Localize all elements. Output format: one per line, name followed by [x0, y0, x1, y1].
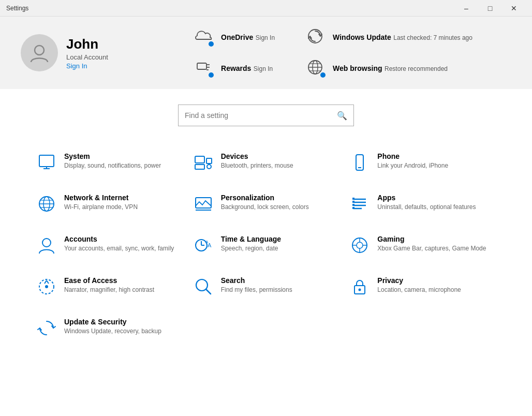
setting-text-personalization: Personalization Background, lock screen,…	[221, 194, 309, 212]
svg-point-35	[42, 239, 51, 247]
devices-icon	[193, 152, 214, 173]
minimize-button[interactable]: –	[454, 0, 478, 17]
setting-text-network: Network & Internet Wi-Fi, airplane mode,…	[64, 194, 138, 212]
setting-item-timelanguage[interactable]: AA Time & Language Speech, region, date	[188, 225, 345, 266]
setting-item-updatesecurity[interactable]: Update & Security Windows Update, recove…	[31, 307, 188, 349]
setting-item-devices[interactable]: Devices Bluetooth, printers, mouse	[188, 142, 345, 183]
setting-desc-personalization: Background, lock screen, colors	[221, 203, 309, 212]
svg-point-48	[45, 285, 48, 288]
search-icon[interactable]: 🔍	[337, 111, 347, 121]
setting-title-devices: Devices	[221, 152, 293, 160]
header-services: OneDrive Sign In Rewards	[155, 27, 511, 79]
web-browsing-service[interactable]: Web browsing Restore recommended	[306, 58, 472, 79]
svg-rect-1	[197, 63, 206, 69]
setting-desc-easeofaccess: Narrator, magnifier, high contrast	[64, 286, 154, 294]
updatesecurity-icon	[36, 318, 57, 338]
web-browsing-icon-wrap	[306, 58, 327, 79]
setting-text-phone: Phone Link your Android, iPhone	[377, 152, 448, 170]
svg-point-54	[359, 289, 361, 291]
maximize-button[interactable]: □	[478, 0, 502, 17]
setting-item-privacy[interactable]: Privacy Location, camera, microphone	[344, 266, 501, 307]
search-input[interactable]	[185, 111, 337, 120]
header-panel: John Local Account Sign In OneDrive Sign…	[0, 17, 532, 89]
easeofaccess-icon	[36, 276, 57, 297]
svg-line-52	[206, 289, 211, 294]
setting-text-privacy: Privacy Location, camera, microphone	[377, 276, 461, 294]
close-button[interactable]: ✕	[502, 0, 526, 17]
windows-update-subtitle: Last checked: 7 minutes ago	[393, 34, 472, 41]
setting-desc-search: Find my files, permissions	[221, 286, 292, 294]
svg-text:A: A	[208, 242, 212, 248]
web-browsing-text: Web browsing Restore recommended	[333, 64, 448, 73]
service-col-right: Windows Update Last checked: 7 minutes a…	[306, 27, 472, 79]
apps-icon	[349, 194, 370, 214]
window-controls: – □ ✕	[454, 0, 526, 17]
svg-point-17	[207, 165, 211, 169]
setting-title-privacy: Privacy	[377, 276, 461, 285]
setting-text-system: System Display, sound, notifications, po…	[64, 152, 161, 170]
setting-desc-system: Display, sound, notifications, power	[64, 161, 161, 170]
setting-desc-accounts: Your accounts, email, sync, work, family	[64, 244, 174, 253]
rewards-service[interactable]: Rewards Sign In	[194, 58, 275, 79]
setting-item-phone[interactable]: Phone Link your Android, iPhone	[344, 142, 501, 183]
accounts-icon	[36, 235, 57, 256]
setting-item-gaming[interactable]: Gaming Xbox Game Bar, captures, Game Mod…	[344, 225, 501, 266]
setting-text-timelanguage: Time & Language Speech, region, date	[221, 235, 281, 253]
setting-title-search: Search	[221, 276, 292, 285]
setting-title-accounts: Accounts	[64, 235, 174, 243]
svg-rect-33	[352, 204, 354, 206]
setting-title-apps: Apps	[377, 194, 476, 202]
user-section: John Local Account Sign In	[21, 34, 135, 71]
phone-icon	[349, 152, 370, 173]
setting-text-apps: Apps Uninstall, defaults, optional featu…	[377, 194, 476, 212]
network-icon	[36, 194, 57, 214]
personalization-icon	[193, 194, 214, 214]
svg-point-42	[357, 242, 363, 248]
privacy-icon	[349, 276, 370, 297]
setting-item-accounts[interactable]: Accounts Your accounts, email, sync, wor…	[31, 225, 188, 266]
rewards-subtitle: Sign In	[254, 65, 273, 72]
setting-title-phone: Phone	[377, 152, 448, 160]
user-signin-link[interactable]: Sign In	[66, 62, 108, 70]
setting-desc-updatesecurity: Windows Update, recovery, backup	[64, 327, 161, 336]
web-browsing-title: Web browsing	[333, 64, 382, 72]
service-col-left: OneDrive Sign In Rewards	[194, 27, 275, 79]
setting-text-easeofaccess: Ease of Access Narrator, magnifier, high…	[64, 276, 154, 294]
svg-rect-31	[352, 198, 354, 200]
search-section: 🔍	[0, 89, 532, 137]
setting-title-gaming: Gaming	[377, 235, 486, 243]
title-bar: Settings – □ ✕	[0, 0, 532, 17]
user-account-type: Local Account	[66, 53, 108, 61]
setting-item-apps[interactable]: Apps Uninstall, defaults, optional featu…	[344, 183, 501, 225]
rewards-icon-wrap	[194, 58, 215, 79]
timelanguage-icon: AA	[193, 235, 214, 256]
setting-text-updatesecurity: Update & Security Windows Update, recove…	[64, 318, 161, 336]
search-box[interactable]: 🔍	[178, 105, 354, 126]
rewards-text: Rewards Sign In	[221, 64, 273, 73]
setting-item-easeofaccess[interactable]: Ease of Access Narrator, magnifier, high…	[31, 266, 188, 307]
setting-title-updatesecurity: Update & Security	[64, 318, 161, 326]
setting-desc-gaming: Xbox Game Bar, captures, Game Mode	[377, 244, 486, 253]
setting-text-accounts: Accounts Your accounts, email, sync, wor…	[64, 235, 174, 253]
setting-title-system: System	[64, 152, 161, 160]
setting-item-personalization[interactable]: Personalization Background, lock screen,…	[188, 183, 345, 225]
setting-text-gaming: Gaming Xbox Game Bar, captures, Game Mod…	[377, 235, 486, 253]
setting-desc-apps: Uninstall, defaults, optional features	[377, 203, 476, 212]
setting-title-personalization: Personalization	[221, 194, 309, 202]
svg-point-0	[35, 46, 44, 55]
onedrive-text: OneDrive Sign In	[221, 33, 275, 42]
setting-item-system[interactable]: System Display, sound, notifications, po…	[31, 142, 188, 183]
svg-rect-15	[195, 165, 204, 169]
onedrive-service[interactable]: OneDrive Sign In	[194, 27, 275, 48]
setting-item-search[interactable]: Search Find my files, permissions	[188, 266, 345, 307]
svg-rect-14	[195, 156, 204, 163]
onedrive-dot	[208, 40, 215, 48]
svg-rect-34	[352, 207, 354, 209]
windows-update-service[interactable]: Windows Update Last checked: 7 minutes a…	[306, 27, 472, 48]
svg-rect-16	[206, 158, 212, 164]
setting-text-devices: Devices Bluetooth, printers, mouse	[221, 152, 293, 170]
windows-update-title: Windows Update	[333, 33, 391, 41]
onedrive-subtitle: Sign In	[256, 34, 275, 41]
windows-update-text: Windows Update Last checked: 7 minutes a…	[333, 33, 472, 42]
setting-item-network[interactable]: Network & Internet Wi-Fi, airplane mode,…	[31, 183, 188, 225]
